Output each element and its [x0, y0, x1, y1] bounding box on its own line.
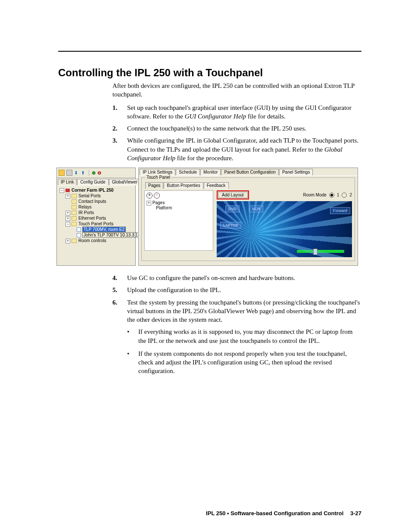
right-tabs: IP Link SettingsScheduleMonitorPanel But…	[139, 168, 358, 175]
add-layout-highlight: Add Layout	[217, 190, 249, 199]
tree-item[interactable]: +Ethernet Ports	[59, 215, 134, 221]
tab-button-properties[interactable]: Button Properties	[164, 182, 203, 189]
tab-config-guide[interactable]: Config Guide	[77, 179, 108, 185]
left-tabs: IP LinkConfig GuideGlobalViewer	[57, 178, 135, 185]
tree-root[interactable]: Corner Farm IPL 250	[72, 188, 114, 193]
touch-panel-fieldset: Touch Panel PagesButton PropertiesFeedba…	[141, 177, 355, 261]
pages-tree-child[interactable]: Platform	[146, 205, 211, 210]
tab-ip-link-settings[interactable]: IP Link Settings	[140, 169, 175, 175]
room-mode-radio-1[interactable]	[329, 193, 334, 198]
tab-feedback[interactable]: Feedback	[204, 182, 229, 189]
tab-panel-settings[interactable]: Panel Settings	[279, 169, 313, 175]
footer-page-number: 3-27	[350, 510, 361, 516]
add-layout-button[interactable]: Add Layout	[218, 192, 248, 198]
tab-panel-button-configuration[interactable]: Panel Button Configuration	[221, 169, 279, 175]
slider-thumb[interactable]	[313, 249, 318, 255]
tree-item[interactable]: Room controls	[78, 238, 106, 243]
footer-title: IPL 250 • Software-based Configuration a…	[206, 510, 343, 516]
bullet-item: •If the system components do not respond…	[127, 349, 361, 376]
intro-paragraph: After both devices are configured, the I…	[112, 81, 361, 99]
tab-ip-link[interactable]: IP Link	[58, 179, 77, 185]
upload-icon[interactable]: ⬆	[81, 170, 86, 175]
left-panel: ⬇ ⬆ ⊕ ⊖ IP LinkConfig GuideGlobalViewer …	[56, 168, 136, 266]
pages-tree-root[interactable]: Pages	[153, 200, 165, 205]
toolbar-icon[interactable]	[59, 170, 65, 176]
right-panel: IP Link SettingsScheduleMonitorPanel But…	[138, 168, 358, 266]
tree-item[interactable]: +Serial Ports	[59, 193, 134, 199]
step-item: 3.While configuring the IPL in Global Co…	[112, 136, 361, 162]
bullet-item: •If everything works as it is supposed t…	[127, 327, 361, 345]
step-item: 6.Test the system by pressing the touchp…	[112, 298, 361, 324]
tab-globalviewer[interactable]: GlobalViewer	[109, 179, 140, 185]
room-mode-group: Room Mode 1 2	[303, 193, 352, 198]
tree-item[interactable]: −Touch Panel Ports	[59, 221, 134, 227]
preview-slider[interactable]	[297, 250, 344, 253]
tree-item[interactable]: Contact Inputs	[59, 199, 134, 204]
fieldset-tabs: PagesButton PropertiesFeedback	[144, 181, 352, 189]
add-page-icon[interactable]: +	[146, 193, 153, 199]
remove-icon[interactable]: ⊖	[97, 170, 101, 176]
preview-vcr-button[interactable]: VCR	[249, 205, 263, 212]
step-item: 1.Set up each touchpanel's graphical use…	[112, 103, 361, 121]
room-mode-radio-2[interactable]	[342, 193, 347, 198]
preview-laptop-button[interactable]: LAPTOP	[220, 222, 241, 229]
remove-page-icon[interactable]: −	[154, 193, 160, 199]
step-item: 5.Upload the configuration to the IPL.	[112, 286, 361, 294]
panel-preview: DVD VCR LAPTOP Forward	[217, 201, 352, 257]
screenshot-figure: ⬇ ⬆ ⊕ ⊖ IP LinkConfig GuideGlobalViewer …	[56, 168, 358, 266]
left-toolbar: ⬇ ⬆ ⊕ ⊖	[57, 168, 135, 178]
fieldset-legend: Touch Panel	[145, 175, 171, 180]
tree-item-selected[interactable]: TLP 700MV, room E2	[83, 227, 125, 232]
page-footer: IPL 250 • Software-based Configuration a…	[206, 510, 361, 516]
steps-list-top: 1.Set up each touchpanel's graphical use…	[112, 103, 361, 163]
bullet-list: •If everything works as it is supposed t…	[127, 327, 361, 375]
step-item: 4.Use GC to configure the panel's on-scr…	[112, 274, 361, 282]
tree-item[interactable]: +IR Ports	[59, 210, 134, 215]
top-rule	[58, 51, 361, 52]
tab-monitor[interactable]: Monitor	[200, 169, 221, 175]
room-mode-label: Room Mode	[303, 193, 326, 197]
tab-pages[interactable]: Pages	[145, 182, 163, 189]
tree-item[interactable]: Relays	[59, 204, 134, 210]
step-item: 2.Connect the touchpanel(s) to the same …	[112, 124, 361, 133]
download-icon[interactable]: ⬇	[74, 170, 79, 175]
toolbar-icon[interactable]	[66, 170, 72, 176]
page-heading: Controlling the IPL 250 with a Touchpane…	[58, 67, 361, 79]
steps-list-bottom: 4.Use GC to configure the panel's on-scr…	[112, 274, 361, 324]
preview-forward-button[interactable]: Forward	[330, 207, 350, 214]
preview-dvd-button[interactable]: DVD	[225, 205, 240, 212]
add-icon[interactable]: ⊕	[92, 170, 96, 176]
pages-tree: +− + Pages Platform	[144, 190, 213, 251]
device-tree: −Corner Farm IPL 250 +Serial PortsContac…	[57, 185, 135, 255]
tree-item[interactable]: John's TLP 700TV 10.13.3.111	[83, 233, 143, 237]
tab-schedule[interactable]: Schedule	[176, 169, 200, 175]
